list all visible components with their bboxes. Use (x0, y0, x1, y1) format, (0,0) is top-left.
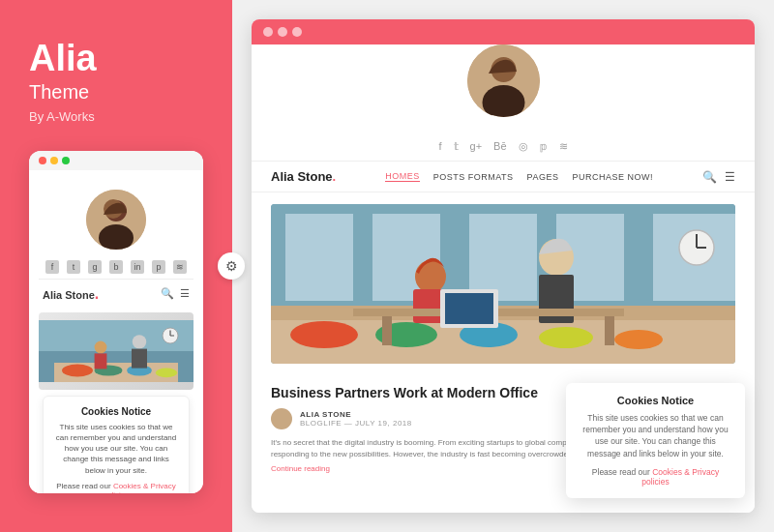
mobile-name-bar: Alia Stone. 🔍 ☰ (39, 279, 194, 309)
desktop-dot-3 (292, 27, 302, 37)
site-logo: Alia Stone. (271, 169, 336, 184)
cookies-notice-mobile: Cookies Notice This site uses cookies so… (43, 396, 190, 493)
site-social-bar: f 𝕥 g+ Bē ◎ 𝕡 ≋ (252, 127, 755, 161)
site-ig-icon[interactable]: ◎ (519, 140, 528, 153)
cookies-text: This site uses cookies so that we can re… (53, 422, 179, 476)
gp-icon: g (88, 260, 102, 274)
mobile-content: f t g b in p ≋ Alia Stone. 🔍 ☰ (29, 170, 203, 493)
mobile-social-icons: f t g b in p ≋ (39, 260, 194, 274)
tw-icon: t (67, 260, 80, 274)
svg-rect-46 (445, 293, 493, 324)
site-nav-bar: Alia Stone. HOMES POSTS FORMATS PAGES PU… (252, 161, 755, 192)
svg-rect-44 (605, 316, 614, 345)
site-hero-image (271, 204, 735, 364)
left-panel: Alia Theme By A-Works (0, 0, 232, 532)
mobile-browser-bar (29, 151, 203, 170)
svg-rect-14 (132, 348, 147, 368)
svg-rect-12 (95, 353, 107, 369)
brand-subtitle: Theme (29, 81, 203, 103)
article-author-avatar (271, 408, 292, 429)
article-meta-info: ALIA STONE BLOGLIFE — JULY 19, 2018 (300, 410, 412, 428)
site-nav-right-icons: 🔍 ☰ (702, 170, 735, 184)
settings-gear-icon[interactable]: ⚙ (218, 252, 245, 280)
desktop-cookies-link-line: Please read our Cookies & Privacy polici… (578, 467, 733, 487)
site-gp-icon[interactable]: g+ (470, 140, 483, 153)
right-panel: ⚙ f 𝕥 (232, 0, 774, 532)
fb-icon: f (45, 260, 59, 274)
mobile-site-name: Alia Stone. (43, 285, 99, 303)
desktop-browser-bar (252, 19, 755, 44)
nav-link-purchase[interactable]: PURCHASE NOW! (572, 172, 653, 182)
desktop-dot-1 (263, 27, 273, 37)
site-pi-icon[interactable]: 𝕡 (540, 140, 548, 153)
site-avatar (467, 44, 540, 117)
nav-link-homes[interactable]: HOMES (385, 171, 420, 182)
svg-rect-25 (469, 214, 537, 301)
dot-yellow (50, 157, 58, 164)
dot-green (62, 157, 70, 164)
svg-point-13 (133, 335, 146, 348)
nav-link-posts[interactable]: POSTS FORMATS (433, 172, 514, 182)
cookies-title: Cookies Notice (53, 406, 179, 417)
svg-point-7 (62, 364, 93, 376)
site-be-icon[interactable]: Bē (493, 140, 506, 153)
svg-rect-23 (285, 214, 353, 301)
pi-icon: p (152, 260, 165, 274)
svg-rect-43 (382, 316, 392, 345)
svg-point-38 (415, 260, 446, 293)
brand-author: By A-Works (29, 109, 203, 124)
desktop-cookies-link[interactable]: Cookies & Privacy policies (641, 467, 719, 487)
svg-point-36 (539, 327, 593, 348)
cookies-link-line: Please read our Cookies & Privacy polici… (53, 482, 179, 493)
svg-point-11 (95, 340, 107, 353)
desktop-cookies-text: This site uses cookies so that we can re… (578, 412, 733, 459)
dot-red (39, 157, 46, 164)
site-sc-icon[interactable]: ≋ (559, 140, 568, 153)
desktop-dot-2 (278, 27, 287, 37)
nav-link-pages[interactable]: PAGES (527, 172, 559, 182)
cookies-notice-desktop: Cookies Notice This site uses cookies so… (566, 383, 745, 498)
svg-point-10 (156, 368, 177, 377)
site-tw-icon[interactable]: 𝕥 (454, 140, 459, 153)
svg-point-33 (290, 321, 358, 348)
cookies-link[interactable]: Cookies & Privacy policies (104, 482, 176, 493)
mobile-avatar-area (39, 180, 194, 255)
sc-icon: ≋ (173, 260, 187, 274)
ig-icon: in (131, 260, 144, 274)
mobile-hero-image (39, 312, 194, 390)
mobile-nav-icons: 🔍 ☰ (161, 287, 190, 300)
svg-point-37 (614, 330, 663, 349)
site-menu-icon[interactable]: ☰ (725, 170, 735, 184)
mobile-avatar (86, 190, 146, 250)
site-nav-links: HOMES POSTS FORMATS PAGES PURCHASE NOW! (385, 171, 653, 182)
be-icon: b (109, 260, 123, 274)
desktop-cookies-title: Cookies Notice (578, 395, 733, 406)
site-fb-icon[interactable]: f (438, 140, 441, 153)
site-search-icon[interactable]: 🔍 (702, 170, 717, 184)
site-avatar-area (252, 44, 755, 127)
brand-name: Alia (29, 39, 203, 79)
search-icon[interactable]: 🔍 (161, 287, 174, 300)
menu-icon[interactable]: ☰ (180, 287, 190, 300)
mobile-preview: f t g b in p ≋ Alia Stone. 🔍 ☰ (29, 151, 203, 493)
